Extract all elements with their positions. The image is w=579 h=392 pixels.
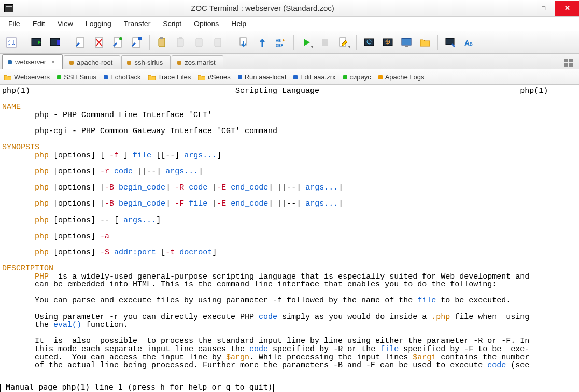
tab-indicator-icon (177, 61, 181, 65)
svg-text:DEF: DEF (276, 43, 284, 47)
svg-text:A: A (8, 39, 10, 42)
bookmark-ssh-sirius[interactable]: SSH Sirius (57, 73, 96, 81)
stop-script-button[interactable] (317, 34, 333, 51)
menu-edit[interactable]: Edit (27, 18, 50, 30)
section-name: NAME (2, 103, 21, 111)
svg-rect-30 (405, 46, 408, 47)
menu-options[interactable]: Options (189, 18, 224, 30)
dot-icon (57, 75, 61, 79)
dot-icon (378, 75, 383, 79)
open-folder-button[interactable] (417, 34, 433, 51)
svg-rect-14 (160, 37, 163, 39)
bookmark-edit-aaa[interactable]: Edit aaa.zrx (293, 73, 336, 81)
tab-label: zos.marist (185, 59, 215, 66)
svg-text:B: B (470, 41, 473, 47)
send-text-2-button[interactable] (110, 34, 126, 51)
text-send-button[interactable]: ABDEF (273, 34, 289, 51)
pager-status: Manual page php(1) line 1 (press h for h… (0, 384, 274, 392)
folder-icon (198, 74, 205, 80)
dot-icon (104, 75, 108, 79)
svg-text:A: A (464, 39, 470, 47)
dot-icon (343, 75, 347, 79)
tab-label: webserver (15, 58, 46, 66)
menu-file[interactable]: File (3, 18, 25, 30)
section-description: DESCRIPTION (2, 264, 53, 273)
close-button[interactable]: ✕ (555, 1, 579, 16)
clipboard-copy-button[interactable] (154, 34, 171, 51)
svg-text:AB: AB (276, 39, 281, 42)
svg-marker-22 (304, 39, 310, 46)
send-delete-button[interactable] (91, 34, 108, 51)
window-controls: — ◻ ✕ (507, 1, 579, 16)
menu-view[interactable]: View (52, 18, 78, 30)
bookmark-echoback[interactable]: EchoBack (104, 73, 141, 81)
terminal-output[interactable]: php(1) Scripting Language php(1) NAME ph… (0, 85, 579, 392)
svg-rect-16 (179, 37, 182, 39)
bookmark-bar: Webservers SSH Sirius EchoBack Trace Fil… (0, 69, 579, 85)
svg-rect-29 (402, 38, 411, 45)
bookmark-run-aaa[interactable]: Run aaa-local (238, 73, 286, 81)
titlebar: ZOC Terminal : webserver (Standard.zoc) … (0, 0, 579, 17)
section-synopsis: SYNOPSIS (2, 143, 39, 152)
svg-rect-6 (57, 40, 60, 45)
screen-1-button[interactable] (361, 34, 377, 51)
menu-script[interactable]: Script (158, 18, 187, 30)
clipboard-3-button[interactable] (191, 34, 208, 51)
app-icon (4, 4, 13, 12)
dot-icon (293, 75, 298, 79)
tab-zos-marist[interactable]: zos.marist (172, 55, 223, 69)
svg-rect-13 (159, 38, 165, 47)
download-button[interactable] (235, 34, 252, 51)
hostdir-button[interactable]: AZ (3, 34, 20, 51)
tab-apache-root[interactable]: apache-root (64, 55, 120, 69)
maximize-button[interactable]: ◻ (531, 1, 555, 16)
bookmark-trace-files[interactable]: Trace Files (148, 73, 191, 81)
bookmark-apache-logs[interactable]: Apache Logs (378, 73, 425, 81)
monitor-button[interactable] (398, 34, 415, 51)
svg-rect-12 (138, 37, 142, 40)
menu-logging[interactable]: Logging (80, 18, 117, 30)
menu-transfer[interactable]: Transfer (119, 18, 156, 30)
tab-indicator-icon (8, 60, 12, 64)
svg-rect-23 (322, 39, 328, 46)
screen-tool-button[interactable] (442, 34, 459, 51)
svg-point-10 (119, 37, 122, 40)
tabbar: webserver × apache-root ssh-sirius zos.m… (0, 54, 579, 69)
tab-grid-icon[interactable] (564, 59, 573, 67)
folder-icon (4, 74, 11, 80)
quick-connect-1-button[interactable] (29, 34, 45, 51)
send-text-button[interactable] (73, 34, 89, 51)
dot-icon (238, 75, 242, 79)
tab-close-icon[interactable]: × (51, 59, 55, 66)
svg-rect-7 (77, 38, 84, 47)
screen-2-button[interactable] (379, 34, 396, 51)
bookmark-webservers[interactable]: Webservers (4, 73, 50, 81)
quick-connect-2-button[interactable] (47, 34, 64, 51)
tab-label: ssh-sirius (134, 59, 163, 66)
window-title: ZOC Terminal : webserver (Standard.zoc) (18, 4, 507, 12)
tab-webserver[interactable]: webserver × (2, 54, 63, 69)
tab-indicator-icon (127, 61, 131, 65)
svg-rect-17 (196, 38, 202, 47)
edit-script-button[interactable]: ▾ (335, 34, 352, 51)
clipboard-paste-button[interactable] (173, 34, 189, 51)
run-script-button[interactable]: ▾ (298, 34, 315, 51)
menubar: File Edit View Logging Transfer Script O… (0, 17, 579, 31)
clipboard-4-button[interactable] (210, 34, 227, 51)
svg-rect-18 (215, 38, 221, 47)
svg-text:Z: Z (8, 43, 10, 47)
bookmark-sirius-ru[interactable]: сириус (343, 73, 371, 81)
send-text-3-button[interactable] (129, 34, 145, 51)
font-button[interactable]: AB (461, 34, 477, 51)
svg-rect-31 (446, 38, 454, 45)
tab-ssh-sirius[interactable]: ssh-sirius (121, 55, 171, 69)
menu-help[interactable]: Help (226, 18, 251, 30)
folder-icon (148, 74, 156, 80)
tab-label: apache-root (77, 59, 112, 66)
tab-indicator-icon (69, 61, 74, 65)
toolbar: AZ ABDEF ▾ ▾ AB (0, 31, 579, 54)
upload-button[interactable] (254, 34, 271, 51)
minimize-button[interactable]: — (507, 1, 531, 16)
svg-rect-15 (177, 38, 183, 47)
bookmark-iseries[interactable]: i/Series (198, 73, 230, 81)
